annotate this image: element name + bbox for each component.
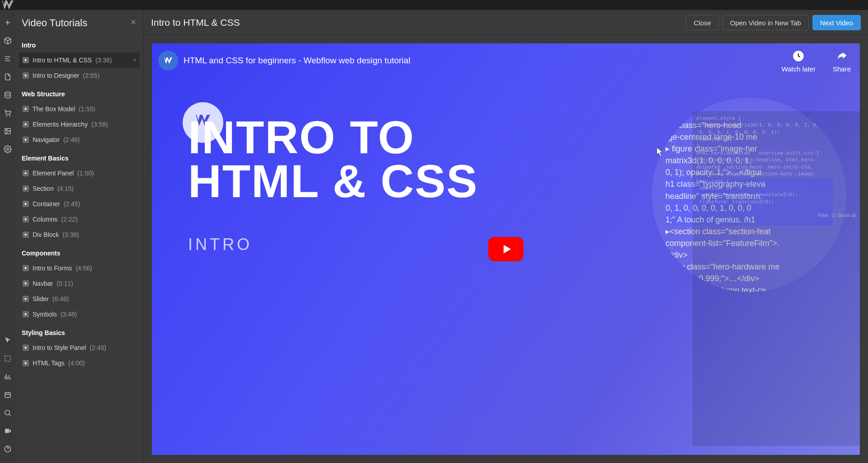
play-icon	[23, 170, 29, 176]
tutorial-item[interactable]: Section(4:15)	[19, 181, 140, 196]
assets-icon[interactable]	[0, 123, 15, 140]
play-icon	[23, 296, 29, 302]
tutorial-item[interactable]: Container(2:45)	[19, 196, 140, 212]
play-icon	[23, 121, 29, 128]
cube-icon[interactable]	[0, 32, 15, 49]
tutorial-item[interactable]: Intro to Forms(4:56)	[19, 260, 140, 276]
audit-icon[interactable]	[0, 368, 15, 385]
search-icon[interactable]	[0, 404, 15, 421]
ecommerce-icon[interactable]	[0, 104, 15, 122]
play-icon	[23, 345, 29, 351]
tutorial-duration: (4:15)	[57, 185, 74, 192]
share-button[interactable]: Share	[833, 50, 851, 73]
next-video-button[interactable]: Next Video	[812, 15, 861, 30]
selection-icon[interactable]	[0, 350, 15, 367]
video-thumbnail-content: INTRO TO HTML & CSS INTRO	[188, 116, 625, 437]
open-new-tab-button[interactable]: Open Video in New Tab	[722, 15, 809, 30]
tutorial-title: Navbar	[33, 280, 53, 287]
tutorial-item[interactable]: Navigator(2:46)	[19, 132, 140, 147]
tutorial-duration: (4:56)	[75, 265, 92, 272]
tutorial-duration: (2:22)	[61, 216, 78, 223]
tutorial-title: Element Panel	[33, 170, 74, 177]
tutorial-item[interactable]: The Box Model(1:55)	[19, 101, 140, 117]
tutorial-title: Columns	[33, 216, 57, 223]
video-tutorials-icon[interactable]	[0, 422, 15, 439]
panel-close-icon[interactable]	[130, 19, 137, 28]
pages-icon[interactable]	[0, 68, 15, 85]
play-icon	[23, 72, 29, 79]
tutorial-item[interactable]: Div Block(3:38)	[19, 227, 140, 242]
panel-title: Video Tutorials	[22, 17, 87, 29]
svg-rect-7	[5, 393, 10, 398]
chevron-right-icon	[132, 57, 137, 64]
tutorial-duration: (2:45)	[64, 200, 80, 208]
tutorial-item[interactable]: Navbar(5:11)	[19, 276, 140, 291]
tutorial-item[interactable]: Intro to HTML & CSS(3:38)	[19, 52, 140, 68]
watch-later-button[interactable]: Watch later	[782, 50, 816, 73]
play-button[interactable]	[488, 237, 524, 261]
svg-point-1	[6, 115, 7, 116]
tutorial-item[interactable]: Elements Hierarchy(3:58)	[19, 117, 140, 132]
page-title: Intro to HTML & CSS	[151, 17, 240, 28]
close-button[interactable]: Close	[686, 15, 718, 30]
play-icon	[23, 311, 29, 317]
svg-point-2	[9, 115, 10, 116]
play-icon	[23, 137, 29, 143]
tutorial-duration: (3:58)	[91, 121, 108, 128]
svg-point-0	[5, 92, 10, 94]
play-icon	[23, 106, 29, 112]
app-topbar	[0, 0, 868, 10]
tutorial-duration: (2:55)	[83, 72, 100, 79]
play-icon	[23, 360, 29, 366]
tutorial-duration: (2:49)	[90, 344, 106, 351]
settings-icon[interactable]	[0, 141, 15, 158]
tutorial-title: Symbols	[33, 311, 57, 318]
cursor-tool-icon[interactable]	[0, 332, 15, 349]
navigator-icon[interactable]	[0, 50, 15, 67]
cursor-icon	[655, 146, 664, 159]
tutorial-item[interactable]: Intro to Designer(2:55)	[19, 68, 140, 83]
play-icon	[23, 185, 29, 192]
add-element-icon[interactable]	[0, 14, 15, 31]
tutorial-list[interactable]: IntroIntro to HTML & CSS(3:38)Intro to D…	[15, 35, 143, 463]
tutorial-title: Elements Hierarchy	[33, 121, 88, 128]
tutorial-title: Container	[33, 200, 60, 208]
cms-icon[interactable]	[0, 86, 15, 104]
tutorial-title: The Box Model	[33, 105, 75, 113]
tutorial-item[interactable]: Element Panel(1:50)	[19, 165, 140, 181]
play-icon	[23, 280, 29, 287]
tutorial-title: Intro to Style Panel	[33, 344, 86, 351]
play-icon	[23, 201, 29, 207]
tutorials-panel: Video Tutorials IntroIntro to HTML & CSS…	[15, 10, 144, 463]
left-rail	[0, 10, 15, 463]
video-embed[interactable]: HTML and CSS for beginners - Webflow web…	[152, 43, 860, 455]
tutorial-duration: (3:48)	[61, 311, 77, 318]
play-icon	[23, 216, 29, 222]
svg-point-4	[6, 129, 7, 131]
section-heading: Styling Basics	[19, 325, 140, 340]
devtools-overlay: element.style { transform: matrix3d(1, 0…	[693, 111, 860, 446]
help-icon[interactable]	[0, 440, 15, 458]
youtube-title: HTML and CSS for beginners - Webflow web…	[184, 56, 410, 66]
svg-point-8	[5, 410, 10, 415]
play-icon	[23, 265, 29, 271]
tutorial-duration: (5:11)	[57, 280, 73, 287]
section-heading: Element Basics	[19, 150, 140, 165]
tutorial-duration: (2:46)	[63, 136, 80, 143]
tutorial-duration: (6:48)	[52, 295, 69, 302]
channel-avatar[interactable]	[158, 51, 178, 71]
tutorial-title: Intro to Forms	[33, 265, 72, 272]
tutorial-item[interactable]: Intro to Style Panel(2:49)	[19, 340, 140, 355]
tutorial-duration: (1:50)	[77, 170, 94, 177]
play-icon	[23, 232, 29, 238]
tutorial-item[interactable]: Columns(2:22)	[19, 212, 140, 227]
section-heading: Intro	[19, 37, 140, 52]
tutorial-title: HTML Tags	[33, 359, 65, 367]
section-heading: Components	[19, 245, 140, 260]
backup-icon[interactable]	[0, 386, 15, 403]
section-heading: Web Structure	[19, 86, 140, 101]
tutorial-title: Div Block	[33, 231, 59, 238]
tutorial-item[interactable]: HTML Tags(4:00)	[19, 355, 140, 371]
tutorial-item[interactable]: Slider(6:48)	[19, 291, 140, 307]
tutorial-item[interactable]: Symbols(3:48)	[19, 307, 140, 322]
